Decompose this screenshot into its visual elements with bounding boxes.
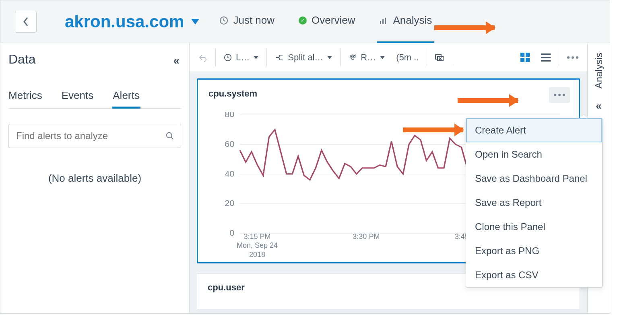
caret-down-icon [191, 19, 199, 25]
undo-button[interactable] [194, 48, 212, 67]
alerts-search[interactable] [8, 124, 181, 148]
split-button[interactable]: Split al… [270, 48, 337, 67]
tab-analysis[interactable]: Analysis [379, 14, 432, 29]
refresh-interval[interactable]: (5m .. [391, 48, 423, 67]
host-selector[interactable]: akron.usa.com [65, 12, 199, 31]
menu-item-export-csv[interactable]: Export as CSV [466, 263, 602, 287]
collapse-left-button[interactable]: « [173, 54, 180, 67]
clock-icon [224, 53, 232, 62]
search-icon [165, 132, 174, 140]
right-rail-label: Analysis [593, 53, 605, 88]
alerts-search-input[interactable] [15, 130, 165, 142]
annotation-arrow [403, 127, 463, 132]
clear-panels-button[interactable] [430, 48, 450, 67]
caret-down-icon [327, 56, 332, 59]
svg-rect-3 [385, 18, 386, 24]
menu-item-open-in-search[interactable]: Open in Search [466, 142, 602, 166]
status-ok-icon: ✓ [299, 16, 307, 25]
timerange-button[interactable]: L… [219, 48, 263, 67]
host-title: akron.usa.com [65, 12, 184, 31]
svg-text:40: 40 [225, 169, 234, 178]
svg-point-4 [167, 133, 172, 138]
back-button[interactable] [15, 11, 37, 33]
caret-down-icon [254, 56, 258, 59]
analysis-toolbar: L… Split al… R… (5m .. [190, 43, 587, 72]
toolbar-more-button[interactable] [562, 48, 583, 67]
svg-text:0: 0 [229, 228, 234, 237]
svg-rect-1 [380, 21, 381, 24]
split-icon [275, 53, 284, 62]
menu-item-clone-panel[interactable]: Clone this Panel [466, 215, 602, 239]
list-icon [541, 53, 551, 62]
subtab-events[interactable]: Events [62, 89, 94, 108]
alerts-empty-message: (No alerts available) [8, 172, 181, 185]
subtab-metrics[interactable]: Metrics [8, 89, 42, 108]
analysis-icon [379, 16, 388, 25]
tab-overview[interactable]: ✓ Overview [299, 14, 355, 29]
clock-icon [219, 16, 228, 25]
menu-item-export-png[interactable]: Export as PNG [466, 239, 602, 263]
menu-item-save-report[interactable]: Save as Report [466, 191, 602, 215]
tab-analysis-label: Analysis [393, 14, 432, 27]
undo-icon [198, 53, 207, 62]
tab-overview-label: Overview [312, 14, 355, 27]
time-indicator: Just now [219, 14, 275, 29]
svg-text:20: 20 [225, 199, 234, 208]
svg-text:80: 80 [225, 112, 234, 119]
more-icon [567, 56, 578, 59]
svg-text:60: 60 [225, 140, 234, 148]
caret-down-icon [380, 56, 385, 59]
clear-panels-icon [435, 53, 445, 62]
subtab-alerts[interactable]: Alerts [113, 89, 139, 108]
topbar: akron.usa.com Just now ✓ Overview Analys… [0, 0, 610, 43]
refresh-button[interactable]: R… [344, 48, 390, 67]
menu-item-create-alert[interactable]: Create Alert [466, 118, 602, 142]
panel-actions-button[interactable] [549, 87, 570, 103]
menu-item-save-dashboard[interactable]: Save as Dashboard Panel [466, 166, 602, 191]
expand-right-button[interactable]: « [596, 100, 601, 112]
chevron-left-icon [23, 17, 29, 27]
annotation-arrow [434, 25, 495, 30]
more-icon [554, 94, 565, 96]
data-panel-title: Data [8, 52, 181, 67]
view-grid-button[interactable] [516, 48, 535, 67]
annotation-arrow [458, 98, 518, 103]
panel-actions-menu: Create Alert Open in Search Save as Dash… [466, 118, 603, 288]
view-list-button[interactable] [536, 48, 555, 67]
refresh-icon [349, 53, 357, 62]
grid-icon [520, 53, 530, 62]
svg-rect-2 [382, 19, 384, 24]
data-panel: Data « Metrics Events Alerts (No alerts … [0, 43, 190, 313]
time-label: Just now [233, 14, 275, 27]
